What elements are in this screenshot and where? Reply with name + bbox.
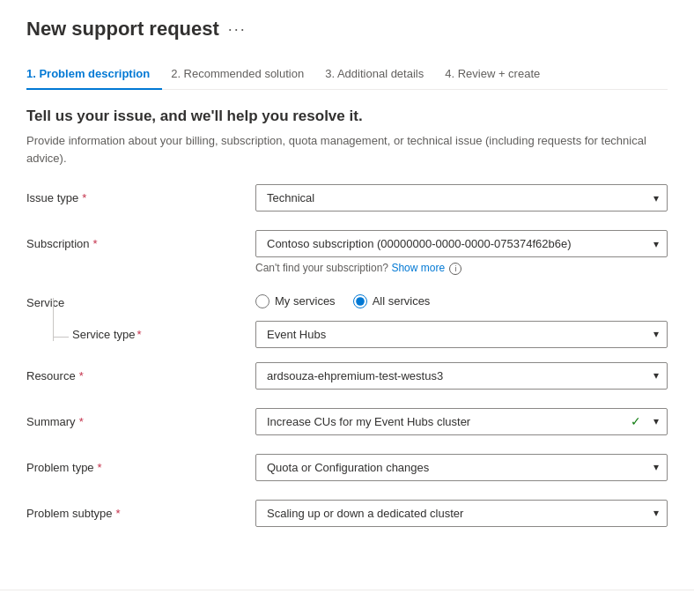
service-type-select[interactable]: Event Hubs: [255, 321, 668, 348]
resource-label: Resource*: [26, 362, 255, 382]
subscription-select-wrapper[interactable]: Contoso subscription (00000000-0000-0000…: [255, 230, 668, 257]
indent-line-vertical: [53, 298, 54, 341]
problem-type-control: Quota or Configuration changes ▾: [255, 454, 668, 481]
subscription-control: Contoso subscription (00000000-0000-0000…: [255, 230, 668, 275]
service-radio-group: My services All services: [255, 289, 430, 308]
problem-subtype-row: Problem subtype* Scaling up or down a de…: [26, 500, 668, 531]
service-type-container: Service type* Event Hubs ▾: [26, 321, 668, 348]
issue-type-select-wrapper[interactable]: Technical ▾: [255, 184, 668, 212]
required-indicator: *: [137, 328, 142, 341]
problem-type-select[interactable]: Quota or Configuration changes: [255, 454, 668, 481]
service-label: Service: [26, 289, 255, 309]
steps-navigation: 1. Problem description 2. Recommended so…: [26, 58, 668, 90]
section-description: Provide information about your billing, …: [26, 132, 668, 167]
my-services-option[interactable]: My services: [255, 294, 336, 308]
all-services-option[interactable]: All services: [353, 294, 431, 308]
problem-subtype-control: Scaling up or down a dedicated cluster ▾: [255, 500, 668, 527]
footer-divider: [0, 590, 694, 590]
issue-type-select[interactable]: Technical: [255, 184, 668, 212]
step-1-problem-description[interactable]: 1. Problem description: [26, 58, 162, 89]
service-row: Service My services All services: [26, 289, 668, 321]
summary-control: Increase CUs for my Event Hubs cluster ✓…: [255, 408, 668, 435]
summary-label: Summary*: [26, 408, 255, 428]
service-type-select-wrapper[interactable]: Event Hubs ▾: [255, 321, 668, 348]
problem-subtype-select-wrapper[interactable]: Scaling up or down a dedicated cluster ▾: [255, 500, 668, 527]
summary-row: Summary* Increase CUs for my Event Hubs …: [26, 408, 668, 440]
all-services-label: All services: [373, 294, 431, 308]
problem-subtype-label: Problem subtype*: [26, 500, 255, 520]
info-icon: i: [449, 263, 461, 275]
resource-row: Resource* ardsouza-ehpremium-test-westus…: [26, 362, 668, 394]
more-options-icon[interactable]: ···: [228, 20, 247, 39]
subscription-select[interactable]: Contoso subscription (00000000-0000-0000…: [255, 230, 668, 257]
subscription-label: Subscription*: [26, 230, 255, 250]
all-services-radio[interactable]: [353, 294, 367, 308]
problem-type-row: Problem type* Quota or Configuration cha…: [26, 454, 668, 486]
issue-type-label: Issue type*: [26, 184, 255, 204]
resource-select[interactable]: ardsouza-ehpremium-test-westus3: [255, 362, 668, 390]
page-title: New support request: [26, 18, 219, 41]
section-title: Tell us your issue, and we'll help you r…: [26, 108, 668, 125]
required-indicator: *: [82, 191, 86, 204]
step-3-additional-details[interactable]: 3. Additional details: [325, 58, 436, 89]
my-services-label: My services: [275, 294, 336, 308]
show-more-link[interactable]: Show more: [391, 262, 445, 274]
footer-actions: Next: [0, 608, 694, 616]
service-type-label: Service type*: [53, 321, 142, 341]
summary-select[interactable]: Increase CUs for my Event Hubs cluster: [255, 408, 668, 435]
subscription-row: Subscription* Contoso subscription (0000…: [26, 230, 668, 275]
problem-subtype-select[interactable]: Scaling up or down a dedicated cluster: [255, 500, 668, 527]
service-type-indent: Service type*: [26, 321, 255, 341]
resource-control: ardsouza-ehpremium-test-westus3 ▾: [255, 362, 668, 390]
indent-line-horizontal: [53, 337, 69, 338]
my-services-radio[interactable]: [255, 294, 269, 308]
required-indicator: *: [116, 507, 121, 520]
problem-type-label: Problem type*: [26, 454, 255, 474]
subscription-hint: Can't find your subscription? Show more …: [255, 262, 668, 275]
problem-type-select-wrapper[interactable]: Quota or Configuration changes ▾: [255, 454, 668, 481]
required-indicator: *: [98, 461, 102, 474]
required-indicator: *: [79, 369, 84, 382]
required-indicator: *: [79, 415, 84, 428]
required-indicator: *: [93, 237, 98, 250]
step-4-review-create[interactable]: 4. Review + create: [445, 58, 552, 89]
resource-select-wrapper[interactable]: ardsouza-ehpremium-test-westus3 ▾: [255, 362, 668, 390]
issue-type-control: Technical ▾: [255, 184, 668, 212]
issue-type-row: Issue type* Technical ▾: [26, 184, 668, 216]
problem-description-form: Issue type* Technical ▾ Subscription* Co: [26, 184, 668, 531]
step-2-recommended-solution[interactable]: 2. Recommended solution: [171, 58, 316, 89]
summary-select-wrapper[interactable]: Increase CUs for my Event Hubs cluster ✓…: [255, 408, 668, 435]
service-type-control: Event Hubs ▾: [255, 321, 668, 348]
